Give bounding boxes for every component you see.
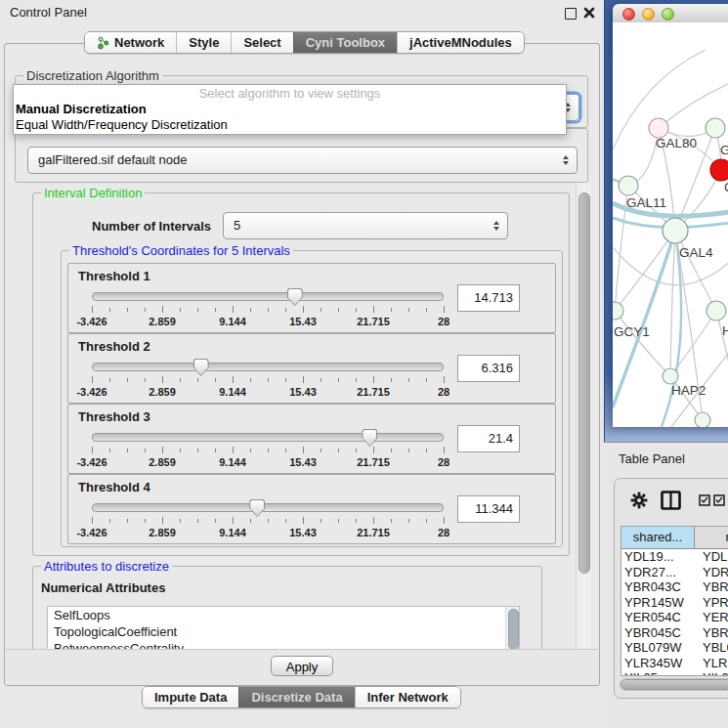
node-gal4[interactable] [663, 218, 688, 243]
node-label: GAL4 [679, 245, 713, 260]
table-row[interactable]: YDL19...YDL1 [621, 549, 728, 565]
node-table[interactable]: shared... n YDL19...YDL1YDR27...YDR2YBR0… [621, 526, 728, 676]
split-columns-icon[interactable] [661, 491, 681, 510]
thresholds-group: Threshold's Coordinates for 5 Intervals … [61, 250, 563, 547]
numerical-attributes-list[interactable]: SelfLoopsTopologicalCoefficientBetweenne… [47, 606, 520, 650]
threshold-value-field[interactable]: 14.713 [457, 284, 520, 312]
tick-label: -3.426 [76, 316, 107, 327]
tab-infer-network[interactable]: Infer Network [355, 687, 460, 707]
tick-label: -3.426 [76, 456, 107, 468]
column-header-name[interactable]: n [695, 527, 728, 548]
tick-label: 15.43 [289, 456, 317, 468]
select-columns-icon[interactable] [699, 494, 726, 506]
node-gcy1[interactable] [613, 302, 623, 320]
tick-label: 9.144 [219, 527, 246, 538]
numerical-attributes-label: Numerical Attributes [41, 580, 165, 595]
control-panel-titlebar: Control Panel [0, 0, 604, 25]
node-label: GCY1 [614, 324, 650, 339]
zoom-window-icon[interactable] [662, 8, 674, 21]
tab-discretize-data[interactable]: Discretize Data [238, 687, 354, 707]
apply-button[interactable]: Apply [271, 656, 333, 676]
node-hap2[interactable] [663, 368, 678, 384]
interval-definition-group: Interval Definition Number of Intervals … [32, 193, 570, 556]
threshold-value-field[interactable]: 11.344 [457, 495, 520, 523]
attributes-list-scrollbar[interactable] [505, 607, 519, 650]
network-canvas[interactable]: GAL80GCGAL11GAL4GCY1HHAP2 [613, 22, 728, 427]
app-root: Control Panel Discretization Algorithm T… [0, 0, 728, 728]
threshold-slider[interactable]: -3.4262.8599.14415.4321.71528 [92, 360, 444, 399]
node-bottom[interactable] [695, 412, 710, 427]
tick-label: 2.859 [149, 527, 176, 538]
tick-label: 28 [438, 527, 450, 538]
table-row[interactable]: YBL079WYBL0 [621, 640, 728, 656]
table-row[interactable]: YIL05YIL0 [621, 670, 728, 676]
node-top-right[interactable] [706, 118, 725, 138]
tick-label: 2.859 [149, 316, 176, 327]
float-window-icon[interactable] [565, 8, 577, 20]
slider-thumb-icon[interactable] [362, 429, 377, 447]
threshold-panel-4: Threshold 4-3.4262.8599.14415.4321.71528… [67, 474, 556, 544]
number-of-intervals-combobox[interactable]: 5 [223, 212, 508, 239]
tick-label: 9.144 [219, 386, 246, 398]
threshold-value-field[interactable]: 6.316 [457, 355, 520, 382]
cyni-toolbox-panel: Discretization Algorithm Table Data galF… [4, 43, 600, 686]
tab-impute-data[interactable]: Impute Data [143, 687, 238, 707]
threshold-slider[interactable]: -3.4262.8599.14415.4321.71528 [92, 289, 444, 328]
tab-cyni-toolbox[interactable]: Cyni Toolbox [293, 32, 397, 53]
discretization-algorithm-group-label: Discretization Algorithm [23, 68, 162, 83]
network-icon [97, 36, 109, 50]
attribute-list-item[interactable]: SelfLoops [48, 607, 519, 623]
attribute-items-host: SelfLoopsTopologicalCoefficientBetweenne… [48, 607, 519, 650]
threshold-label: Threshold 2 [78, 339, 150, 354]
tab-network[interactable]: Network [85, 32, 176, 53]
threshold-slider[interactable]: -3.4262.8599.14415.4321.71528 [92, 500, 444, 539]
network-window-titlebar[interactable] [613, 4, 728, 23]
node-gal11[interactable] [619, 176, 638, 195]
tab-jactivemnodules[interactable]: jActiveMNodules [397, 32, 524, 53]
cyni-bottom-tabs: Impute Data Discretize Data Infer Networ… [142, 686, 461, 708]
close-window-icon[interactable] [622, 8, 635, 21]
table-panel-toolbar [615, 479, 728, 522]
control-panel-tabs: Network Style Select Cyni Toolbox jActiv… [84, 31, 525, 54]
node-selected-red[interactable] [710, 159, 728, 181]
apply-row: Apply [6, 649, 598, 684]
interval-definition-group-label: Interval Definition [41, 186, 145, 200]
table-row[interactable]: YLR345WYLR3 [621, 656, 728, 671]
algorithm-option-equal-width[interactable]: Equal Width/Frequency Discretization [14, 117, 566, 133]
gear-icon[interactable] [630, 492, 648, 509]
table-row[interactable]: YBR043CYBR0 [621, 579, 728, 595]
threshold-value-field[interactable]: 21.4 [457, 425, 520, 452]
table-row[interactable]: YER054CYER0 [621, 610, 728, 625]
tick-label: 15.43 [289, 527, 317, 538]
node-table-header: shared... n [621, 527, 728, 549]
threshold-slider[interactable]: -3.4262.8599.14415.4321.71528 [92, 430, 444, 469]
table-row[interactable]: YDR27...YDR2 [621, 565, 728, 580]
table-data-combobox[interactable]: galFiltered.sif default node [27, 147, 578, 174]
tab-select[interactable]: Select [231, 32, 292, 53]
network-view-window[interactable]: GAL80GCGAL11GAL4GCY1HHAP2 [613, 4, 728, 427]
tick-label: 15.43 [289, 316, 317, 327]
table-data-group: Table Data galFiltered.sif default node [15, 128, 588, 183]
attributes-group-label: Attributes to discretize [41, 559, 172, 574]
number-of-intervals-label: Number of Intervals [92, 219, 211, 234]
column-header-shared-name[interactable]: shared... [621, 527, 695, 548]
node-right[interactable] [707, 301, 726, 321]
table-horizontal-scrollbar[interactable] [620, 678, 728, 691]
node-gal80[interactable] [649, 118, 668, 138]
tick-label: 28 [438, 386, 450, 398]
threshold-panel-1: Threshold 1-3.4262.8599.14415.4321.71528… [67, 263, 556, 333]
panel-title: Control Panel [10, 5, 87, 20]
close-icon[interactable] [583, 7, 595, 19]
slider-thumb-icon[interactable] [287, 288, 303, 306]
table-row[interactable]: YBR045CYBR0 [621, 625, 728, 641]
attributes-group: Attributes to discretize Numerical Attri… [32, 566, 542, 650]
algorithm-option-manual[interactable]: Manual Discretization [14, 102, 566, 117]
attribute-list-item[interactable]: TopologicalCoefficient [48, 623, 519, 640]
slider-thumb-icon[interactable] [193, 359, 209, 376]
table-row[interactable]: YPR145WYPR1 [621, 595, 728, 611]
tick-label: -3.426 [76, 386, 107, 398]
minimize-window-icon[interactable] [642, 8, 655, 21]
settings-vertical-scrollbar[interactable] [576, 183, 591, 650]
tab-style[interactable]: Style [176, 32, 231, 53]
slider-thumb-icon[interactable] [249, 499, 265, 517]
